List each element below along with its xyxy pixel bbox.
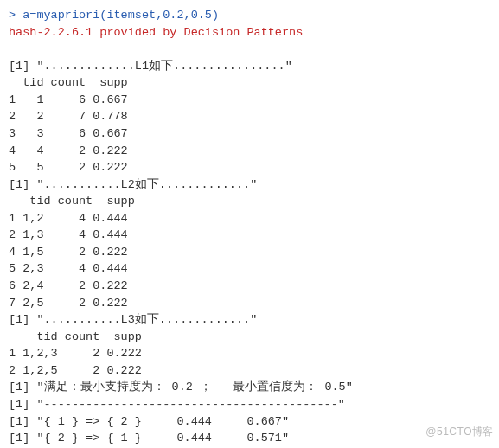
l3-header: tid count supp	[9, 329, 490, 346]
l1-title: [1] ".............L1如下................"	[9, 58, 490, 75]
prompt-symbol: >	[9, 9, 22, 22]
table-row: 1 1,2 4 0.444	[9, 210, 490, 227]
l1-header: tid count supp	[9, 74, 490, 92]
table-row: 5 5 2 0.222	[9, 159, 490, 176]
summary-line: [1] "满足：最小支持度为： 0.2 ； 最小置信度为： 0.5"	[9, 379, 490, 396]
rule-line: [1] "{ 2 } => { 1 } 0.444 0.571"	[9, 430, 490, 447]
table-row: 4 4 2 0.222	[9, 143, 490, 160]
l2-title: [1] "...........L2如下............."	[9, 176, 490, 194]
table-row: 7 2,5 2 0.222	[9, 295, 490, 312]
table-row: 1 1 6 0.667	[9, 92, 490, 109]
table-row: 1 1,2,3 2 0.222	[9, 345, 490, 362]
l3-title: [1] "...........L3如下............."	[9, 311, 490, 329]
table-row: 3 3 6 0.667	[9, 125, 490, 143]
package-message: hash-2.2.6.1 provided by Decision Patter…	[9, 24, 490, 42]
table-row: 6 2,4 2 0.222	[9, 278, 490, 295]
input-line: > a=myapriori(itemset,0.2,0.5)	[9, 7, 490, 24]
table-row: 4 1,5 2 0.222	[9, 244, 490, 261]
table-row: 2 1,3 4 0.444	[9, 227, 490, 244]
blank-line	[9, 41, 490, 58]
watermark-text: @51CTO博客	[425, 425, 494, 439]
l2-header: tid count supp	[9, 193, 490, 210]
table-row: 5 2,3 4 0.444	[9, 260, 490, 278]
function-call: a=myapriori(itemset,0.2,0.5)	[22, 9, 219, 22]
console-output: > a=myapriori(itemset,0.2,0.5) hash-2.2.…	[9, 7, 490, 447]
table-row: 2 1,2,5 2 0.222	[9, 362, 490, 380]
rule-line: [1] "{ 1 } => { 2 } 0.444 0.667"	[9, 413, 490, 431]
table-row: 2 2 7 0.778	[9, 108, 490, 125]
dash-line: [1] "-----------------------------------…	[9, 396, 490, 413]
